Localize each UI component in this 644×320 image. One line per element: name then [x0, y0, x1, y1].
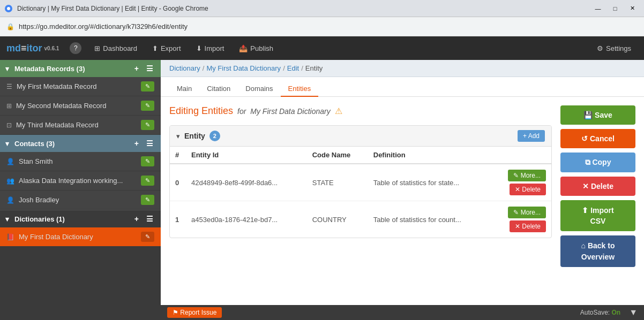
- warning-icon: ⚠: [335, 106, 342, 116]
- sidebar-item-first-metadata[interactable]: ☰ My First Metadata Record ✎: [0, 77, 161, 96]
- first-metadata-edit-btn[interactable]: ✎: [141, 81, 154, 92]
- second-metadata-edit-btn[interactable]: ✎: [141, 101, 154, 111]
- row-1-delete-btn[interactable]: ✕ Delete: [510, 220, 546, 232]
- josh-bradley-edit-btn[interactable]: ✎: [141, 195, 154, 205]
- third-metadata-label: My Third Metadata Record: [16, 121, 137, 129]
- sidebar-item-first-dictionary[interactable]: 📕 My First Data Dictionary ✎: [0, 227, 161, 247]
- sidebar-item-second-metadata[interactable]: ⊞ My Second Metadata Record ✎: [0, 96, 161, 116]
- col-definition: Definition: [368, 147, 491, 164]
- dashboard-icon: ⊞: [94, 44, 100, 52]
- entity-row-1: 1 a453ed0a-1876-421e-bd7... COUNTRY Tabl…: [170, 201, 551, 238]
- app-version: v0.6.1: [44, 45, 59, 51]
- contacts-add-btn[interactable]: +: [132, 139, 141, 148]
- publish-nav-btn[interactable]: 📤 Publish: [233, 41, 280, 56]
- dictionaries-add-btn[interactable]: +: [132, 215, 141, 223]
- close-button[interactable]: ✕: [625, 3, 640, 14]
- row-1-code-name: COUNTRY: [307, 201, 368, 238]
- import-csv-button[interactable]: ⬆ Import CSV: [560, 200, 635, 231]
- entity-section: ▾ Entity 2 + Add # Entity Id C: [169, 125, 552, 238]
- autosave-status: On: [611, 309, 620, 316]
- row-0-more-btn[interactable]: ✎ More...: [508, 170, 546, 181]
- dictionaries-menu-btn[interactable]: ☰: [144, 215, 155, 223]
- row-0-definition: Table of statistics for state...: [368, 164, 491, 201]
- dashboard-nav-btn[interactable]: ⊞ Dashboard: [88, 41, 144, 56]
- import-label: Import: [205, 44, 224, 52]
- settings-label: Settings: [606, 44, 631, 52]
- tab-main[interactable]: Main: [169, 81, 199, 97]
- entity-section-label: Entity: [184, 132, 205, 140]
- josh-bradley-label: Josh Bradley: [19, 196, 137, 204]
- row-1-definition: Table of statistics for count...: [368, 201, 491, 238]
- import-icon: ⬇: [196, 44, 202, 52]
- content-body: Editing Entities for My First Data Dicti…: [161, 97, 644, 305]
- scroll-indicator[interactable]: ▼: [629, 308, 638, 317]
- autosave-text: AutoSave: On: [580, 309, 620, 316]
- metadata-menu-btn[interactable]: ☰: [144, 64, 155, 73]
- row-1-more-btn[interactable]: ✎ More...: [508, 207, 546, 218]
- app-logo: md≡itor v0.6.1: [6, 43, 59, 54]
- right-actions: 💾 Save ↺ Cancel ⧉ Copy ✕ Delete ⬆ Import…: [560, 105, 635, 296]
- sidebar-item-stan-smith[interactable]: 👤 Stan Smith ✎: [0, 152, 161, 171]
- metadata-add-btn[interactable]: +: [132, 64, 141, 73]
- book-icon: 📕: [6, 233, 14, 241]
- report-issue-button[interactable]: ⚑ Report Issue: [167, 307, 222, 318]
- entity-collapse-btn[interactable]: ▾: [176, 132, 180, 140]
- doc-icon-1: ☰: [6, 83, 12, 90]
- first-dictionary-edit-btn[interactable]: ✎: [141, 232, 154, 242]
- third-metadata-edit-btn[interactable]: ✎: [141, 120, 154, 130]
- copy-button[interactable]: ⧉ Copy: [560, 153, 635, 172]
- first-metadata-label: My First Metadata Record: [17, 82, 137, 90]
- export-label: Export: [161, 44, 181, 52]
- sidebar-item-third-metadata[interactable]: ⊡ My Third Metadata Record ✎: [0, 116, 161, 135]
- row-0-entity-id: 42d48949-8ef8-499f-8da6...: [186, 164, 307, 201]
- breadcrumb-entity: Entity: [305, 64, 323, 72]
- breadcrumb-edit[interactable]: Edit: [287, 64, 299, 72]
- row-0-actions: ✎ More... ✕ Delete: [496, 170, 546, 195]
- help-button[interactable]: ?: [70, 42, 81, 54]
- second-metadata-label: My Second Metadata Record: [16, 102, 137, 110]
- dictionaries-section-header[interactable]: ▾ Dictionaries (1) + ☰: [0, 210, 161, 227]
- back-overview-button[interactable]: ⌂ Back to Overview: [560, 235, 635, 266]
- delete-button[interactable]: ✕ Delete: [560, 177, 635, 196]
- content-panel: Dictionary / My First Data Dictionary / …: [161, 60, 644, 320]
- col-entity-id: Entity Id: [186, 147, 307, 164]
- tab-entities[interactable]: Entities: [281, 81, 319, 97]
- minimize-button[interactable]: —: [590, 3, 605, 14]
- settings-nav-btn[interactable]: ⚙ Settings: [590, 41, 638, 56]
- metadata-section-header[interactable]: ▾ Metadata Records (3) + ☰: [0, 60, 161, 77]
- browser-title: Dictionary | My First Data Dictionary | …: [17, 5, 586, 12]
- entity-add-button[interactable]: + Add: [518, 130, 545, 142]
- save-button[interactable]: 💾 Save: [560, 105, 635, 125]
- tabs-bar: Main Citation Domains Entities: [161, 77, 644, 97]
- cancel-button[interactable]: ↺ Cancel: [560, 129, 635, 148]
- export-icon: ⬆: [152, 44, 158, 52]
- address-bar: 🔒 https://go.mdeditor.org/#/dictionary/k…: [0, 17, 644, 36]
- tab-domains[interactable]: Domains: [238, 81, 280, 97]
- entity-table: # Entity Id Code Name Definition 0: [170, 147, 551, 238]
- breadcrumb-first-dict[interactable]: My First Data Dictionary: [206, 64, 281, 72]
- contacts-menu-btn[interactable]: ☰: [144, 139, 155, 148]
- row-0-code-name: STATE: [307, 164, 368, 201]
- contacts-section-header[interactable]: ▾ Contacts (3) + ☰: [0, 135, 161, 152]
- back-overview-line2: Overview: [581, 252, 615, 262]
- alaska-label: Alaska Data Integration working...: [19, 177, 137, 185]
- metadata-chevron-icon: ▾: [5, 65, 9, 73]
- row-0-delete-btn[interactable]: ✕ Delete: [510, 184, 546, 195]
- maximize-button[interactable]: □: [608, 3, 623, 14]
- browser-icon: [4, 4, 13, 13]
- dictionaries-section-label: Dictionaries (1): [14, 215, 65, 223]
- sidebar-item-alaska[interactable]: 👥 Alaska Data Integration working... ✎: [0, 171, 161, 191]
- browser-titlebar: Dictionary | My First Data Dictionary | …: [0, 0, 644, 17]
- alaska-edit-btn[interactable]: ✎: [141, 176, 154, 186]
- doc-icon-2: ⊞: [6, 102, 12, 110]
- tab-citation[interactable]: Citation: [199, 81, 238, 97]
- import-nav-btn[interactable]: ⬇ Import: [190, 41, 231, 56]
- contacts-section-label: Contacts (3): [14, 140, 55, 148]
- sidebar-item-josh-bradley[interactable]: 👤 Josh Bradley ✎: [0, 191, 161, 210]
- person-icon-2: 👤: [6, 196, 14, 204]
- for-label: for: [237, 107, 246, 116]
- breadcrumb-dictionary[interactable]: Dictionary: [169, 64, 200, 72]
- stan-smith-edit-btn[interactable]: ✎: [141, 156, 154, 166]
- export-nav-btn[interactable]: ⬆ Export: [146, 41, 188, 56]
- breadcrumb-sep-3: /: [301, 64, 303, 72]
